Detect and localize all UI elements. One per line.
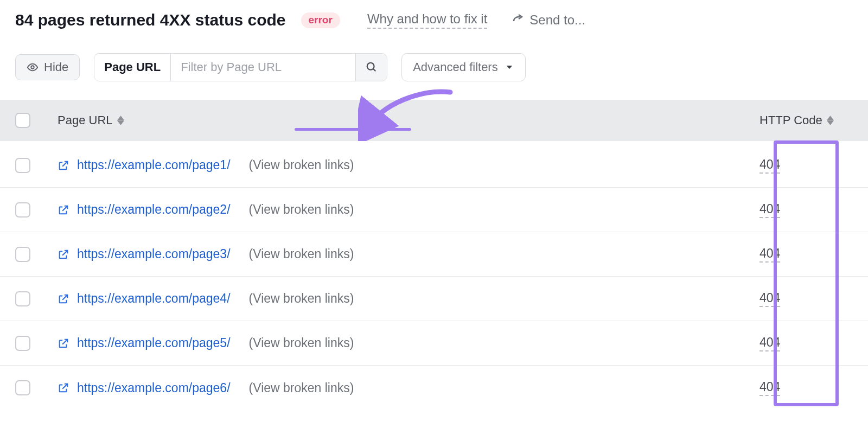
- table-row: https://example.com/page4/(View broken l…: [0, 277, 868, 321]
- external-link-icon[interactable]: [58, 337, 69, 349]
- row-checkbox[interactable]: [15, 158, 30, 173]
- page-url-link[interactable]: https://example.com/page1/: [77, 158, 231, 172]
- row-checkbox[interactable]: [15, 380, 30, 395]
- table-header: Page URL HTTP Code: [0, 100, 868, 141]
- http-code[interactable]: 404: [760, 246, 780, 263]
- view-broken-links[interactable]: (View broken links): [249, 158, 354, 172]
- page-url-link[interactable]: https://example.com/page3/: [77, 247, 231, 261]
- table-row: https://example.com/page5/(View broken l…: [0, 321, 868, 366]
- advanced-filters-button[interactable]: Advanced filters: [401, 53, 526, 81]
- view-broken-links[interactable]: (View broken links): [249, 247, 354, 261]
- eye-icon: [27, 61, 39, 73]
- chevron-down-icon: [505, 62, 514, 72]
- send-to-button[interactable]: Send to...: [511, 12, 585, 28]
- view-broken-links[interactable]: (View broken links): [249, 291, 354, 306]
- page-url-link[interactable]: https://example.com/page4/: [77, 291, 231, 306]
- table-body: https://example.com/page1/(View broken l…: [15, 141, 853, 410]
- column-http-label: HTTP Code: [760, 113, 822, 127]
- table-row: https://example.com/page3/(View broken l…: [0, 232, 868, 277]
- external-link-icon[interactable]: [58, 248, 69, 260]
- column-header-url[interactable]: Page URL: [58, 113, 760, 127]
- page-title: 84 pages returned 4XX status code: [15, 11, 286, 29]
- http-code[interactable]: 404: [760, 380, 780, 396]
- page-url-link[interactable]: https://example.com/page6/: [77, 381, 231, 395]
- column-url-label: Page URL: [58, 113, 113, 127]
- external-link-icon[interactable]: [58, 159, 69, 171]
- advanced-filters-label: Advanced filters: [413, 60, 498, 74]
- http-code[interactable]: 404: [760, 157, 780, 174]
- external-link-icon[interactable]: [58, 204, 69, 216]
- http-code[interactable]: 404: [760, 291, 780, 307]
- view-broken-links[interactable]: (View broken links): [249, 336, 354, 350]
- row-checkbox[interactable]: [15, 247, 30, 262]
- row-checkbox[interactable]: [15, 291, 30, 306]
- view-broken-links[interactable]: (View broken links): [249, 381, 354, 395]
- hide-button[interactable]: Hide: [15, 54, 80, 80]
- toolbar: Hide Page URL Advanced filters: [15, 53, 853, 81]
- filter-search-button[interactable]: [355, 54, 387, 81]
- send-to-label: Send to...: [529, 12, 585, 28]
- search-icon: [366, 61, 378, 73]
- sort-icon: [117, 116, 124, 125]
- table-row: https://example.com/page2/(View broken l…: [0, 188, 868, 232]
- filter-field-label[interactable]: Page URL: [94, 54, 171, 81]
- row-checkbox[interactable]: [15, 202, 30, 218]
- table-row: https://example.com/page6/(View broken l…: [0, 366, 868, 410]
- svg-point-1: [367, 63, 374, 70]
- row-checkbox[interactable]: [15, 336, 30, 351]
- page-url-link[interactable]: https://example.com/page5/: [77, 336, 231, 350]
- external-link-icon[interactable]: [58, 293, 69, 305]
- table-row: https://example.com/page1/(View broken l…: [0, 143, 868, 188]
- filter-group: Page URL: [94, 53, 387, 81]
- share-arrow-icon: [511, 14, 524, 27]
- results-table: Page URL HTTP Code https://example.com/p…: [15, 100, 853, 410]
- help-link[interactable]: Why and how to fix it: [367, 11, 487, 29]
- sort-icon: [827, 116, 834, 125]
- http-code[interactable]: 404: [760, 335, 780, 351]
- hide-label: Hide: [44, 60, 68, 74]
- select-all-checkbox[interactable]: [15, 113, 30, 128]
- http-code[interactable]: 404: [760, 202, 780, 218]
- svg-point-0: [31, 66, 34, 69]
- header: 84 pages returned 4XX status code error …: [15, 11, 853, 29]
- svg-line-2: [373, 69, 375, 72]
- error-badge: error: [301, 12, 340, 28]
- page-url-link[interactable]: https://example.com/page2/: [77, 202, 231, 217]
- view-broken-links[interactable]: (View broken links): [249, 202, 354, 217]
- column-header-http[interactable]: HTTP Code: [760, 113, 868, 127]
- filter-input[interactable]: [171, 54, 355, 81]
- external-link-icon[interactable]: [58, 382, 69, 394]
